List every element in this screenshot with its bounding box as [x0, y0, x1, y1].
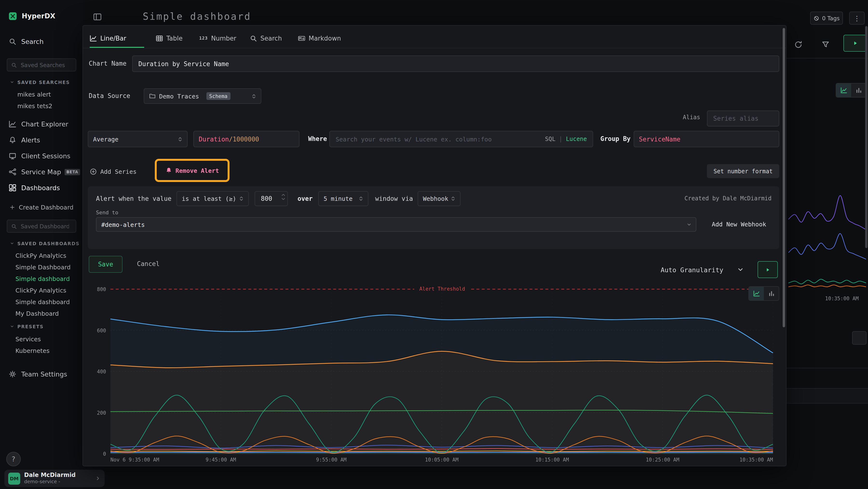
chevron-down-icon: [686, 222, 692, 227]
refresh-button[interactable]: [791, 38, 805, 51]
beta-badge: BETA: [64, 169, 80, 175]
sidebar-item-dashboards[interactable]: Dashboards: [0, 181, 92, 194]
sidebar-item-search[interactable]: Search: [0, 36, 92, 47]
chevron-updown-icon: [238, 196, 245, 202]
sidebar-item-client-sessions[interactable]: Client Sessions: [0, 150, 92, 162]
svg-text:10:15:00 AM: 10:15:00 AM: [535, 457, 569, 463]
create-dashboard-button[interactable]: Create Dashboard: [0, 202, 93, 212]
filter-button[interactable]: [818, 38, 833, 51]
number-123-icon: 123: [199, 36, 208, 40]
collapse-sidebar-button[interactable]: [93, 12, 102, 21]
chart-type-toggle[interactable]: [748, 286, 779, 301]
set-number-format-button[interactable]: Set number format: [707, 164, 779, 178]
granularity-select[interactable]: Auto Granularity: [661, 262, 744, 278]
tab-search[interactable]: Search: [250, 28, 282, 48]
query-language-toggle[interactable]: SQL | Lucene: [545, 131, 587, 147]
chevron-updown-icon: [251, 93, 257, 99]
aggregation-select[interactable]: Average: [88, 131, 188, 147]
alert-channel-select[interactable]: Webhook: [417, 191, 461, 206]
sidebar-item-team-settings[interactable]: Team Settings: [0, 368, 92, 380]
brand-name: HyperDX: [22, 12, 55, 20]
chart-line-icon: [840, 87, 847, 94]
send-to-label: Send to: [96, 209, 118, 216]
presets-section[interactable]: PRESETS: [0, 322, 93, 330]
field-column: Duration: [199, 136, 229, 143]
monitor-icon: [9, 152, 17, 160]
run-query-button[interactable]: [843, 35, 867, 52]
data-source-select[interactable]: Demo Traces Schema: [144, 88, 261, 104]
remove-alert-highlight: Remove Alert: [155, 159, 229, 182]
alert-condition-select[interactable]: is at least (≥): [177, 191, 249, 206]
modal-scrollbar[interactable]: [783, 28, 785, 327]
sidebar-item-service-map[interactable]: Service Map BETA: [0, 166, 92, 178]
saved-dashboards-input[interactable]: [7, 220, 76, 233]
chart-editor-modal: Line/Bar Table 123 Number Search Markdow…: [83, 25, 786, 466]
scroll-button[interactable]: [852, 331, 867, 345]
line-chart-toggle[interactable]: [836, 84, 851, 97]
tab-markdown[interactable]: Markdown: [298, 28, 341, 48]
saved-searches-input[interactable]: [7, 58, 76, 71]
sidebar-item-chart-explorer[interactable]: Chart Explorer: [0, 118, 92, 130]
tab-table[interactable]: Table: [156, 28, 183, 48]
line-chart-toggle[interactable]: [749, 287, 764, 300]
chart-line-icon: [9, 120, 17, 128]
alert-created-by: Created by Dale McDiarmid: [684, 191, 772, 206]
remove-alert-button[interactable]: Remove Alert: [165, 167, 219, 174]
cancel-button[interactable]: Cancel: [131, 256, 165, 272]
bar-chart-toggle[interactable]: [851, 84, 866, 97]
chevron-down-icon: [10, 324, 14, 329]
tab-number[interactable]: 123 Number: [199, 28, 236, 48]
no-symbol-icon: [813, 15, 819, 21]
bar-chart-icon: [855, 87, 862, 94]
user-menu[interactable]: DM Dale McDiarmid demo-service -: [4, 470, 105, 487]
divider: [786, 368, 868, 368]
saved-searches-section[interactable]: SAVED SEARCHES: [0, 78, 93, 86]
where-input[interactable]: [335, 135, 539, 143]
user-subtitle: demo-service -: [24, 479, 91, 485]
brand: HyperDX: [0, 10, 92, 21]
more-menu-button[interactable]: ⋮: [849, 11, 865, 25]
svg-text:10:25:00 AM: 10:25:00 AM: [646, 457, 679, 463]
run-chart-button[interactable]: [757, 261, 778, 278]
page-scrollbar[interactable]: [865, 26, 868, 248]
send-to-select[interactable]: #demo-alerts: [96, 217, 696, 232]
alias-input[interactable]: [712, 114, 774, 123]
where-label: Where: [308, 131, 327, 147]
chart-line-icon: [90, 34, 97, 42]
alert-prefix-label: Alert when the value: [96, 191, 172, 206]
hyperdx-logo: [9, 12, 17, 20]
divider: [83, 48, 786, 48]
panel-strip: [786, 388, 868, 404]
group-by-input[interactable]: ServiceName: [633, 131, 779, 147]
field-input[interactable]: Duration/1000000: [193, 131, 300, 147]
background-dashboard: 10:35:00 AM: [786, 25, 868, 466]
bar-chart-toggle[interactable]: [764, 287, 779, 300]
sidebar-item-alerts[interactable]: Alerts: [0, 134, 92, 146]
chevron-down-icon[interactable]: [281, 197, 285, 201]
add-series-button[interactable]: Add Series: [90, 165, 137, 178]
chevron-updown-icon: [450, 196, 456, 202]
saved-dashboards-section[interactable]: SAVED DASHBOARDS: [0, 239, 93, 247]
svg-text:10:05:00 AM: 10:05:00 AM: [425, 457, 458, 463]
bell-icon: [9, 136, 17, 144]
help-button[interactable]: ?: [6, 452, 21, 466]
saved-dashboards-field[interactable]: [20, 222, 70, 230]
save-button[interactable]: Save: [89, 256, 123, 273]
tags-button[interactable]: 0 Tags: [810, 11, 843, 25]
search-icon: [11, 62, 17, 68]
chart-name-input[interactable]: [137, 60, 774, 68]
svg-text:9:55:00 AM: 9:55:00 AM: [316, 457, 346, 463]
alert-window-select[interactable]: 5 minute: [318, 191, 368, 206]
schema-badge: Schema: [207, 92, 230, 100]
saved-searches-field[interactable]: [20, 61, 70, 69]
chevron-updown-icon: [177, 136, 183, 142]
svg-text:10:35:00 AM: 10:35:00 AM: [740, 457, 773, 463]
add-new-webhook-link[interactable]: Add New Webhook: [712, 217, 766, 232]
chevron-down-icon: [737, 266, 744, 273]
number-stepper[interactable]: [281, 193, 285, 201]
user-name: Dale McDiarmid: [24, 472, 91, 479]
alert-threshold-input[interactable]: [260, 195, 279, 203]
chevron-up-icon[interactable]: [281, 193, 285, 197]
chart-type-toggle[interactable]: [836, 83, 867, 97]
tab-line-bar[interactable]: Line/Bar: [90, 28, 126, 48]
